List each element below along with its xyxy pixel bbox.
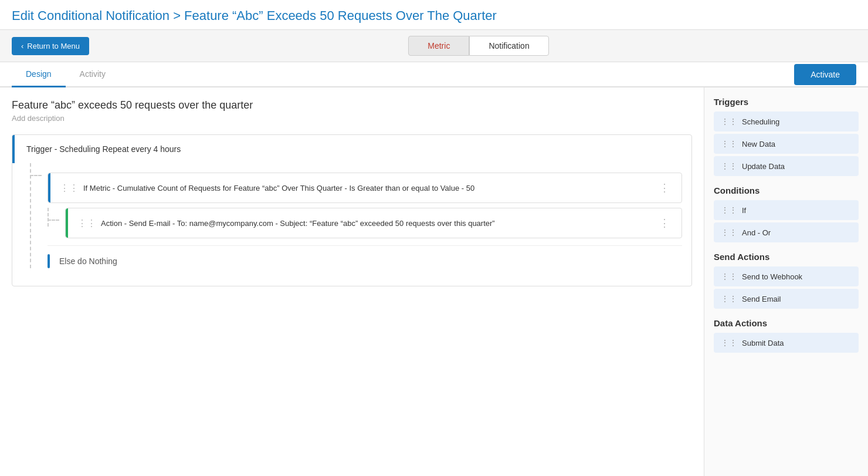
tab-notification[interactable]: Notification	[469, 36, 548, 56]
dashed-h-outer	[30, 175, 42, 176]
notification-title: Feature “abc” exceeds 50 requests over t…	[12, 99, 692, 112]
dashed-v-inner	[48, 208, 49, 227]
condition-more-icon[interactable]: ⋮	[657, 181, 672, 194]
page-header: Edit Conditional Notification > Feature …	[0, 0, 868, 30]
conditions-section-title: Conditions	[714, 185, 859, 195]
send-actions-section-title: Send Actions	[714, 252, 859, 262]
drag-icon-update-data: ⋮⋮	[721, 161, 737, 171]
sidebar-item-if[interactable]: ⋮⋮ If	[714, 200, 859, 220]
drag-icon-webhook: ⋮⋮	[721, 272, 737, 281]
condition-block[interactable]: ⋮⋮ If Metric - Cumulative Count of Reque…	[48, 173, 682, 203]
activate-button[interactable]: Activate	[794, 64, 856, 85]
trigger-text: Trigger - Scheduling Repeat every 4 hour…	[26, 144, 181, 154]
sidebar-item-send-to-webhook[interactable]: ⋮⋮ Send to Webhook	[714, 266, 859, 286]
main-tab-group: Metric Notification	[408, 36, 548, 56]
trigger-block[interactable]: Trigger - Scheduling Repeat every 4 hour…	[12, 135, 691, 163]
tab-activity[interactable]: Activity	[66, 62, 120, 87]
canvas-area: Feature “abc” exceeds 50 requests over t…	[0, 87, 704, 476]
flow-outer: Trigger - Scheduling Repeat every 4 hour…	[12, 134, 692, 286]
dashed-h-inner	[48, 220, 59, 221]
main-content: Feature “abc” exceeds 50 requests over t…	[0, 87, 868, 476]
page-title: Edit Conditional Notification > Feature …	[12, 8, 856, 23]
triggers-section-title: Triggers	[714, 97, 859, 107]
action-block[interactable]: ⋮⋮ Action - Send E-mail - To: name@mycom…	[65, 208, 682, 238]
sidebar-item-new-data[interactable]: ⋮⋮ New Data	[714, 134, 859, 154]
drag-icon-if: ⋮⋮	[721, 205, 737, 215]
else-text: Else do Nothing	[59, 256, 117, 266]
chevron-left-icon: ‹	[21, 42, 23, 50]
action-nested: ⋮⋮ Action - Send E-mail - To: name@mycom…	[48, 208, 682, 238]
tab-metric[interactable]: Metric	[408, 36, 469, 56]
else-bar	[48, 254, 50, 268]
return-to-menu-button[interactable]: ‹ Return to Menu	[12, 37, 89, 55]
action-drag-handle[interactable]: ⋮⋮	[77, 218, 96, 229]
drag-icon-send-email: ⋮⋮	[721, 294, 737, 303]
sub-tab-bar: Design Activity Activate	[0, 62, 868, 87]
dashed-v-outer	[30, 163, 31, 268]
sidebar-item-update-data[interactable]: ⋮⋮ Update Data	[714, 156, 859, 176]
tab-design[interactable]: Design	[12, 62, 66, 87]
sidebar-item-and-or[interactable]: ⋮⋮ And - Or	[714, 222, 859, 242]
sidebar-item-submit-data[interactable]: ⋮⋮ Submit Data	[714, 333, 859, 353]
drag-icon-scheduling: ⋮⋮	[721, 117, 737, 126]
drag-icon-new-data: ⋮⋮	[721, 139, 737, 148]
add-description[interactable]: Add description	[12, 114, 692, 123]
condition-drag-handle[interactable]: ⋮⋮	[60, 183, 79, 194]
page-wrapper: Edit Conditional Notification > Feature …	[0, 0, 868, 476]
nested-container: ⋮⋮ If Metric - Cumulative Count of Reque…	[12, 163, 691, 286]
action-text: Action - Send E-mail - To: name@mycompan…	[101, 219, 657, 228]
sidebar-item-send-email[interactable]: ⋮⋮ Send Email	[714, 289, 859, 309]
sidebar: Triggers ⋮⋮ Scheduling ⋮⋮ New Data ⋮⋮ Up…	[704, 87, 868, 476]
return-button-label: Return to Menu	[27, 42, 80, 50]
drag-icon-submit-data: ⋮⋮	[721, 338, 737, 347]
action-more-icon[interactable]: ⋮	[657, 217, 672, 229]
action-left-bar	[66, 208, 68, 238]
condition-left-bar	[48, 173, 50, 202]
drag-icon-and-or: ⋮⋮	[721, 228, 737, 237]
condition-text: If Metric - Cumulative Count of Requests…	[83, 184, 657, 193]
data-actions-section-title: Data Actions	[714, 318, 859, 328]
sidebar-item-scheduling[interactable]: ⋮⋮ Scheduling	[714, 112, 859, 131]
else-block: Else do Nothing	[48, 245, 682, 276]
top-bar: ‹ Return to Menu Metric Notification	[0, 30, 868, 62]
